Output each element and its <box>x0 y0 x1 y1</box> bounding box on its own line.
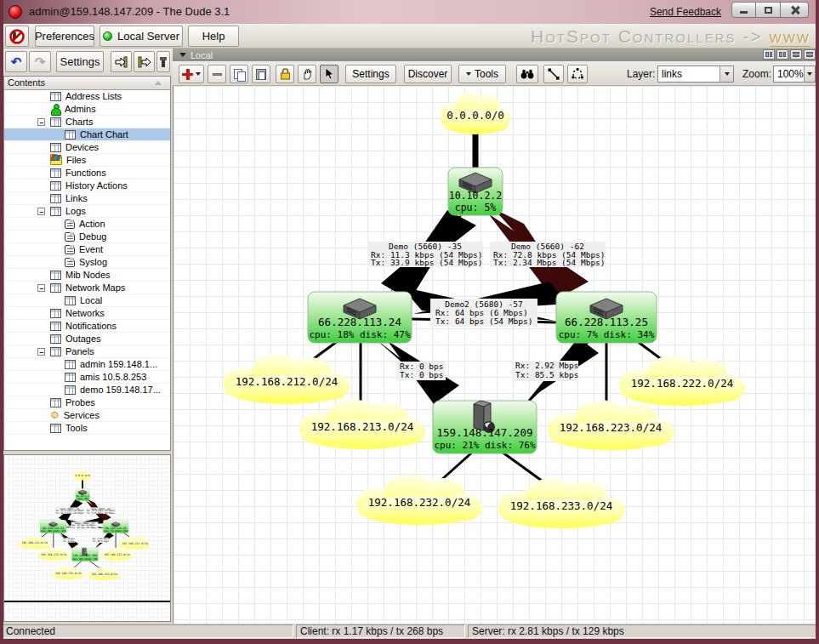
sidebar-item-mib-nodes[interactable]: Mib Nodes <box>4 269 170 282</box>
layout-split-horizontal-button[interactable] <box>790 49 802 60</box>
undo-button[interactable]: ↶ <box>5 51 27 72</box>
cursor-icon <box>325 68 334 80</box>
chevron-down-icon <box>807 72 812 76</box>
link-label[interactable]: Demo (5660) -35 Rx: 11.3 kbps (54 Mbps) … <box>367 242 483 267</box>
sidebar-item-address-lists[interactable]: Address Lists <box>4 90 170 103</box>
flashlight-button[interactable] <box>156 51 170 72</box>
table-icon <box>50 92 61 101</box>
sidebar-item-services[interactable]: ⚙Services <box>4 409 170 422</box>
sidebar-item-panel-demo[interactable]: demo 159.148.17... <box>4 384 170 396</box>
tools-button[interactable]: Tools <box>458 65 506 83</box>
close-button[interactable] <box>781 2 809 18</box>
sidebar-item-panels[interactable]: Panels <box>4 345 170 358</box>
discover-button[interactable]: Discover <box>404 65 452 83</box>
sidebar-item-charts[interactable]: Charts <box>4 116 170 128</box>
polygon-tool-button[interactable] <box>567 65 588 83</box>
settings-button[interactable]: Settings <box>56 51 104 72</box>
local-server-button[interactable]: Local Server <box>100 26 183 47</box>
dock-out-button[interactable] <box>134 51 155 72</box>
collapse-icon[interactable] <box>37 348 45 356</box>
command-bar: ↶ ↷ Settings <box>0 48 173 76</box>
layout-split-vertical-button[interactable] <box>763 49 775 60</box>
map-tab-bar[interactable]: Local <box>173 48 819 61</box>
sidebar-item-networks[interactable]: Networks <box>4 307 170 320</box>
sidebar-item-logs[interactable]: Logs <box>4 205 170 218</box>
link-server-net232[interactable] <box>441 452 473 481</box>
sidebar-item-probes[interactable]: Probes <box>4 396 170 409</box>
sidebar-item-links[interactable]: Links <box>4 192 170 205</box>
network-map-canvas[interactable]: Demo (5660) -35 Rx: 11.3 kbps (54 Mbps) … <box>173 86 817 624</box>
select-tool-button[interactable] <box>320 65 338 83</box>
redo-icon: ↷ <box>35 54 46 70</box>
sidebar-item-history-actions[interactable]: History Actions <box>4 180 170 192</box>
brand-www-link[interactable]: www <box>770 26 810 47</box>
help-button[interactable]: Help <box>188 26 239 47</box>
link-label[interactable]: Demo2 (5680) -57 Rx: 64 bps (6 Mbps) Tx:… <box>430 299 537 327</box>
sidebar-item-outages[interactable]: Outages <box>4 333 170 345</box>
copy-button[interactable] <box>230 65 248 83</box>
maximize-button[interactable] <box>756 2 781 18</box>
layout-split-vertical2-button[interactable] <box>776 49 788 60</box>
add-button[interactable] <box>179 65 204 83</box>
sidebar-item-devices[interactable]: Devices <box>4 141 170 154</box>
preferences-button[interactable]: Preferences <box>35 26 94 47</box>
network-cloud[interactable]: 192.168.223.0/24 <box>548 400 674 450</box>
svg-text:Tx: 0 bps: Tx: 0 bps <box>400 370 443 379</box>
layer-select[interactable]: links <box>657 66 734 83</box>
link-label[interactable]: Rx: 2.92 Mbps Tx: 85.5 kbps <box>512 361 578 381</box>
layout-split-horizontal2-button[interactable] <box>804 49 816 60</box>
disconnect-button[interactable] <box>5 26 29 47</box>
sidebar-item-log-event[interactable]: Event <box>4 243 170 256</box>
redo-button[interactable]: ↷ <box>29 51 51 72</box>
remove-button[interactable] <box>208 65 226 83</box>
map-settings-button[interactable]: Settings <box>345 65 396 83</box>
sidebar-item-tools[interactable]: Tools <box>4 422 170 435</box>
collapse-icon[interactable] <box>37 118 45 126</box>
minimize-button[interactable] <box>731 2 756 18</box>
table-icon <box>65 296 76 305</box>
lock-button[interactable] <box>276 65 294 83</box>
sidebar-item-admins[interactable]: Admins <box>4 103 170 116</box>
link-tool-button[interactable] <box>543 65 564 83</box>
sidebar-item-notifications[interactable]: Notifications <box>4 320 170 333</box>
sidebar-item-functions[interactable]: Functions <box>4 167 170 180</box>
zoom-select[interactable]: 100% <box>773 66 816 83</box>
map-overview-panel[interactable] <box>3 454 171 622</box>
network-cloud[interactable]: 192.168.222.0/24 <box>619 356 745 406</box>
dropdown-button[interactable] <box>719 66 733 82</box>
sidebar-item-panel-amis[interactable]: amis 10.5.8.253 <box>4 371 170 384</box>
sidebar-item-local-map[interactable]: Local <box>4 294 170 307</box>
network-cloud[interactable]: 192.168.213.0/24 <box>299 399 425 449</box>
paste-icon <box>256 69 266 80</box>
sidebar-item-log-syslog[interactable]: Syslog <box>4 256 170 269</box>
pan-button[interactable] <box>298 65 316 83</box>
sidebar-item-panel-admin[interactable]: admin 159.148.1... <box>4 358 170 371</box>
sidebar-item-files[interactable]: Files <box>4 154 170 167</box>
sidebar-item-chart-chart[interactable]: Chart Chart <box>4 128 170 141</box>
dropdown-button[interactable] <box>804 66 815 82</box>
dock-in-button[interactable] <box>111 51 132 72</box>
binoculars-icon <box>520 69 534 79</box>
table-icon <box>50 283 61 293</box>
device-node-router25[interactable]: 66.228.113.25 cpu: 7% disk: 34% <box>556 292 657 343</box>
map-tab-label: Local <box>191 50 213 60</box>
device-node-gateway[interactable]: 10.10.2.2 cpu: 5% <box>448 168 503 215</box>
network-cloud[interactable]: 0.0.0.0/0 <box>441 92 509 134</box>
sidebar-item-log-action[interactable]: Action <box>4 218 170 231</box>
send-feedback-link[interactable]: Send Feedback <box>650 6 721 18</box>
server-status-icon <box>103 31 112 41</box>
network-cloud[interactable]: 192.168.232.0/24 <box>356 475 482 525</box>
find-button[interactable] <box>516 65 538 83</box>
collapse-icon[interactable] <box>37 284 45 292</box>
link-label[interactable]: Demo (5660) -62 Rx: 72.8 kbps (54 Mbps) … <box>490 242 606 267</box>
collapse-icon[interactable] <box>37 208 45 215</box>
link-label[interactable]: Rx: 0 bps Tx: 0 bps <box>396 362 446 380</box>
device-node-server[interactable]: 159.148.147.209 cpu: 21% disk: 76% <box>433 401 537 453</box>
network-cloud[interactable]: 192.168.233.0/24 <box>498 478 624 528</box>
contents-header[interactable]: Contents <box>4 77 170 90</box>
sidebar-item-network-maps[interactable]: Network Maps <box>4 282 170 294</box>
network-cloud[interactable]: 192.168.212.0/24 <box>224 354 350 404</box>
device-node-router24[interactable]: 66.228.113.24 cpu: 18% disk: 47% <box>308 292 412 343</box>
paste-button[interactable] <box>252 65 270 83</box>
sidebar-item-log-debug[interactable]: Debug <box>4 231 170 243</box>
